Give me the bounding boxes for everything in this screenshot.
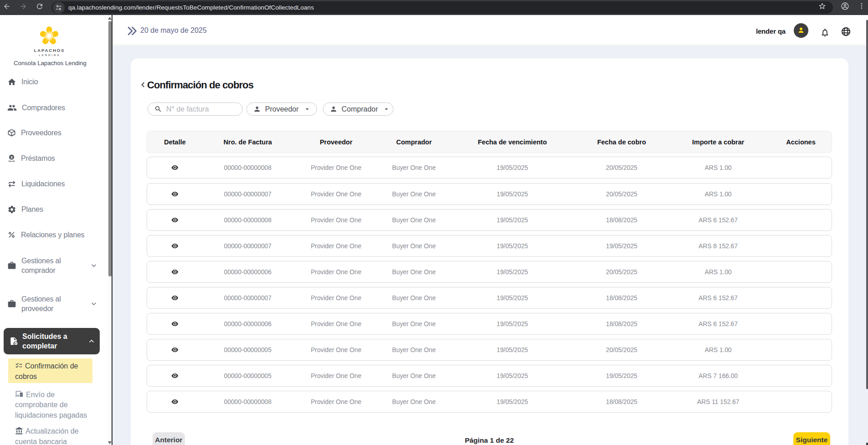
svg-text:®: ® (57, 41, 59, 44)
